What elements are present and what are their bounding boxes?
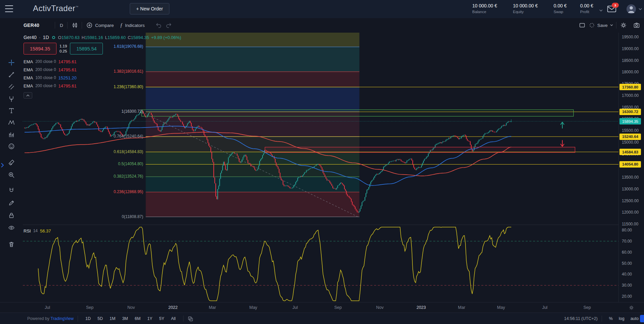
rsi-tick-label: 50.00 [622, 261, 632, 266]
price-tick-label: 13500.00 [622, 175, 639, 180]
auto-scale-button[interactable]: auto [628, 316, 639, 321]
log-scale-button[interactable]: log [616, 316, 628, 321]
ray-price-tag: 14584.83 [619, 149, 641, 155]
new-order-button[interactable]: + New Order [130, 3, 169, 14]
symbol-search-button[interactable]: GER40 [24, 18, 39, 32]
tool-measure-icon[interactable] [8, 159, 15, 166]
chevron-up-icon [26, 95, 30, 97]
rsi-tick-label: 40.00 [622, 272, 632, 277]
menu-icon[interactable] [5, 5, 13, 12]
legend-symbol[interactable]: Ger40 [24, 35, 37, 40]
buy-button[interactable]: 15895.54 [70, 43, 103, 55]
tool-xabcd-pattern-icon[interactable] [8, 119, 15, 126]
tool-lock-all-icon[interactable] [8, 212, 15, 219]
indicators-label: Indicators [125, 23, 145, 28]
snapshot-button[interactable] [633, 18, 640, 32]
tool-remove-all-icon[interactable] [8, 241, 15, 248]
redo-button[interactable] [165, 18, 172, 32]
chart-settings-button[interactable] [620, 18, 627, 32]
chart-style-button[interactable] [72, 18, 78, 32]
change-readout: +9.89 (+0.06%) [151, 35, 182, 40]
indicator-row[interactable]: EMA200 close 014795.61 [24, 82, 181, 90]
tool-magnet-icon[interactable] [8, 187, 15, 194]
tradingview-link[interactable]: TradingView [50, 316, 74, 321]
tool-zoom-in-icon[interactable] [8, 172, 15, 178]
timezone-settings-button[interactable] [629, 305, 634, 311]
bottom-bar: Powered by TradingView 1D5D1M3M6M1Y5YAll… [0, 313, 644, 324]
arrow-markers[interactable] [561, 122, 564, 146]
time-tick-label: Mar [209, 305, 216, 310]
rsi-tick-label: 30.00 [622, 283, 632, 288]
ray-price-tag: 14054.80 [619, 161, 641, 168]
timeframe-6m-button[interactable]: 6M [131, 313, 144, 324]
tool-parallel-channel-icon[interactable] [8, 83, 15, 90]
tool-hide-all-icon[interactable] [8, 224, 15, 231]
indicator-row[interactable]: EMA200 close 014795.61 [24, 66, 181, 74]
timeframe-5d-button[interactable]: 5D [94, 313, 106, 324]
price-tick-label: 17000.00 [622, 93, 639, 98]
rsi-legend[interactable]: RSI 14 56.37 [24, 228, 51, 233]
indicator-row[interactable]: EMA100 close 015251.20 [24, 74, 181, 82]
candlestick-icon [72, 22, 78, 29]
cloud-save-icon [589, 22, 595, 28]
spread-display: 1.19 0.25 [59, 44, 67, 54]
timeframe-buttons: 1D5D1M3M6M1Y5YAll [82, 313, 179, 324]
layout-square-icon [579, 22, 586, 29]
legend-collapse-button[interactable] [24, 92, 32, 99]
time-tick-label: Mar [458, 305, 466, 310]
notification-badge: 3 [612, 3, 619, 8]
tool-text-icon[interactable] [8, 107, 15, 114]
tool-drawing-pencil-icon[interactable] [8, 200, 15, 206]
legend-interval[interactable]: 1D [43, 35, 49, 40]
rsi-tick-label: 70.00 [622, 239, 632, 244]
go-to-date-button[interactable] [188, 312, 193, 324]
chart-windows-icon [188, 316, 193, 322]
drawings-panel-expander[interactable] [0, 161, 4, 170]
timeframe-all-button[interactable]: All [168, 313, 179, 324]
timeframe-1m-button[interactable]: 1M [106, 313, 119, 324]
time-axis[interactable]: JulSepNov2022MarMayJulSepNov2023MarMayJu… [0, 302, 644, 313]
interval-button[interactable]: D [60, 18, 63, 32]
timeframe-3m-button[interactable]: 3M [119, 313, 131, 324]
tool-trend-line-icon[interactable] [8, 71, 15, 78]
tool-bars-pattern-icon[interactable] [8, 131, 15, 138]
percent-scale-button[interactable]: % [606, 316, 616, 321]
auto-scale-toggle[interactable] [640, 315, 644, 322]
indicators-button[interactable]: ƒ Indicators [120, 18, 145, 32]
tool-crosshair-icon[interactable] [8, 59, 15, 66]
timeframe-1y-button[interactable]: 1Y [144, 313, 156, 324]
save-label: Save [597, 23, 608, 28]
toolbar-separator [55, 22, 55, 29]
indicator-legend: EMA200 close 014795.61 EMA200 close 0147… [24, 58, 181, 90]
compare-button[interactable]: Compare [86, 18, 114, 32]
time-tick-label: May [249, 305, 257, 310]
time-tick-label: Sep [334, 305, 341, 310]
account-chevron-down-icon[interactable] [599, 9, 603, 12]
timeframe-1d-button[interactable]: 1D [82, 313, 94, 324]
gear-icon [629, 305, 634, 311]
gear-icon [620, 22, 627, 29]
tool-emoji-icon[interactable] [8, 143, 15, 150]
timeframe-5y-button[interactable]: 5Y [156, 313, 167, 324]
balance-value: 10 000.00 € [472, 3, 497, 8]
indicator-row[interactable]: EMA200 close 014795.61 [24, 58, 181, 66]
tool-pitchfork-icon[interactable] [8, 96, 15, 102]
legend-separator: · [39, 35, 41, 40]
user-avatar[interactable] [626, 4, 637, 14]
compare-plus-icon [86, 22, 93, 29]
price-axis[interactable]: 19500.0019000.0018500.0018000.0017500.00… [618, 33, 644, 302]
undo-button[interactable] [155, 18, 162, 32]
layout-button[interactable] [579, 18, 586, 32]
save-layout-button[interactable]: Save [589, 18, 613, 32]
time-tick-label: Nov [376, 305, 384, 310]
clock-display[interactable]: 14:56:11 (UTC+2) [564, 316, 597, 321]
price-tick-label: 19000.00 [622, 46, 639, 51]
notifications-button[interactable]: 3 [607, 5, 616, 12]
chart-toolbar: GER40 D Compare ƒ Indicators [0, 18, 644, 33]
function-icon: ƒ [120, 22, 123, 28]
tradingview-attribution[interactable]: Powered by TradingView [27, 316, 74, 321]
avatar-chevron-down-icon[interactable] [639, 8, 642, 10]
sell-button[interactable]: 15894.35 [24, 43, 56, 55]
profit-label: Profit [580, 10, 593, 14]
profit-value: 0.00 € [580, 3, 593, 8]
